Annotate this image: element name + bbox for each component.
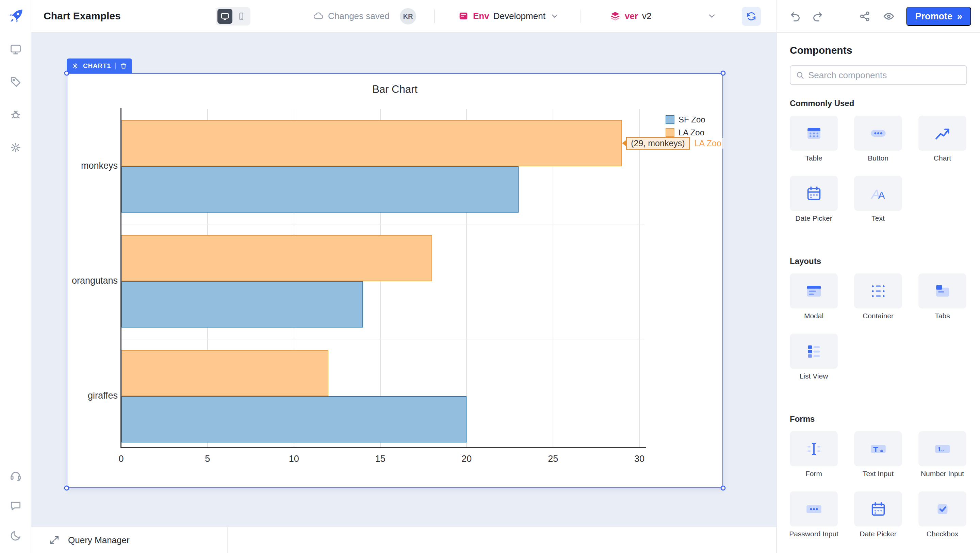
refresh-button[interactable] xyxy=(742,7,761,26)
layers-icon xyxy=(610,11,620,21)
tag-icon[interactable] xyxy=(9,76,22,88)
chat-icon[interactable] xyxy=(9,499,22,512)
component-label: List View xyxy=(800,372,828,380)
component-card-date-picker[interactable]: Date Picker xyxy=(790,176,838,222)
support-headset-icon[interactable] xyxy=(9,469,22,482)
component-label: Number Input xyxy=(921,470,964,478)
svg-text:1..: 1.. xyxy=(937,446,944,453)
component-card-list-view[interactable]: List View xyxy=(790,334,838,380)
legend-swatch xyxy=(666,115,675,124)
resize-handle-top-left[interactable] xyxy=(64,71,69,76)
component-card-chart[interactable]: Chart xyxy=(918,116,966,162)
chart-icon xyxy=(933,124,953,143)
gridline xyxy=(121,339,644,339)
section-title: Forms xyxy=(790,414,967,424)
x-tick-label: 5 xyxy=(192,454,223,464)
component-section: LayoutsModalContainerTabsList View xyxy=(790,256,967,380)
screen-icon[interactable] xyxy=(9,43,22,56)
gear-icon[interactable] xyxy=(9,141,22,154)
component-section: Commonly UsedTableButtonChartDate Picker… xyxy=(790,99,967,222)
component-tile xyxy=(790,334,838,369)
phone-icon xyxy=(237,11,246,21)
desktop-toggle[interactable] xyxy=(218,9,232,24)
x-tick-label: 10 xyxy=(279,454,309,464)
share-button[interactable] xyxy=(859,10,871,22)
textinput-icon xyxy=(869,439,888,459)
component-card-container[interactable]: Container xyxy=(854,273,902,320)
editor-canvas[interactable]: CHART1 Bar Chart (29, monkeys) LA Zoo 05… xyxy=(31,33,776,526)
env-label: Env xyxy=(473,11,489,21)
promote-button[interactable]: Promote » xyxy=(906,7,971,26)
chevron-down-icon[interactable] xyxy=(707,11,717,21)
component-card-text[interactable]: AAText xyxy=(854,176,902,222)
query-manager-toggle[interactable]: Query Manager xyxy=(31,527,228,553)
env-value: Development xyxy=(493,11,546,21)
component-label: Modal xyxy=(804,312,824,320)
component-settings-gear-icon[interactable] xyxy=(72,62,79,70)
environment-dropdown[interactable]: Env Development xyxy=(458,0,560,32)
resize-handle-top-right[interactable] xyxy=(721,71,726,76)
resize-handle-bottom-left[interactable] xyxy=(64,486,69,491)
legend-item-sf-zoo[interactable]: SF Zoo xyxy=(666,113,705,126)
resize-handle-bottom-right[interactable] xyxy=(721,486,726,491)
component-label: Chart xyxy=(934,154,951,162)
bug-icon[interactable] xyxy=(9,108,22,121)
app-logo-rocket-icon[interactable] xyxy=(8,8,24,24)
bar-sf-zoo-orangutans[interactable] xyxy=(121,281,363,327)
component-tile xyxy=(918,273,966,308)
component-label: Table xyxy=(805,154,822,162)
component-card-modal[interactable]: Modal xyxy=(790,273,838,320)
x-tick-label: 20 xyxy=(451,454,482,464)
component-tile xyxy=(854,491,902,526)
component-tile xyxy=(790,116,838,151)
component-card-number-input[interactable]: 1..Number Input xyxy=(918,431,966,478)
selected-component-tag: CHART1 xyxy=(67,59,132,73)
table-icon xyxy=(804,124,824,143)
y-category-label: giraffes xyxy=(58,391,118,401)
version-value: v2 xyxy=(642,11,651,21)
checkbox-icon xyxy=(933,499,953,519)
bar-sf-zoo-giraffes[interactable] xyxy=(121,396,466,442)
save-status: Changes saved xyxy=(313,0,390,32)
cloud-icon xyxy=(313,11,324,21)
chart-widget[interactable]: Bar Chart (29, monkeys) LA Zoo 051015202… xyxy=(67,73,723,488)
component-name: CHART1 xyxy=(83,62,111,70)
component-card-table[interactable]: Table xyxy=(790,116,838,162)
component-card-text-input[interactable]: Text Input xyxy=(854,431,902,478)
delete-trash-icon[interactable] xyxy=(120,62,127,70)
divider xyxy=(115,63,116,69)
version-dropdown[interactable]: ver v2 xyxy=(610,0,652,32)
mobile-toggle[interactable] xyxy=(234,9,249,24)
avatar[interactable]: KR xyxy=(400,8,416,24)
passwordinput-icon xyxy=(804,499,824,519)
undo-button[interactable] xyxy=(789,10,802,22)
bar-la-zoo-orangutans[interactable] xyxy=(121,235,432,281)
component-tile xyxy=(790,491,838,526)
component-card-checkbox[interactable]: Checkbox xyxy=(918,491,966,538)
component-card-password-input[interactable]: Password Input xyxy=(790,491,838,538)
dark-mode-moon-icon[interactable] xyxy=(9,529,22,542)
page-title: Chart Examples xyxy=(43,0,121,32)
container-icon xyxy=(869,281,888,301)
component-card-tabs[interactable]: Tabs xyxy=(918,273,966,320)
divider xyxy=(580,10,581,23)
component-card-form[interactable]: Form xyxy=(790,431,838,478)
component-tile xyxy=(854,273,902,308)
app-window: Chart Examples Changes saved KR Env Deve… xyxy=(0,0,980,553)
redo-button[interactable] xyxy=(811,10,824,22)
component-tile xyxy=(918,116,966,151)
bar-la-zoo-giraffes[interactable] xyxy=(121,350,328,396)
component-grid: FormText Input1..Number InputPassword In… xyxy=(790,431,967,538)
component-label: Date Picker xyxy=(859,530,897,538)
component-tile xyxy=(790,431,838,466)
bar-sf-zoo-monkeys[interactable] xyxy=(121,166,519,213)
gridline xyxy=(639,109,640,447)
divider xyxy=(776,0,776,32)
bar-la-zoo-monkeys[interactable] xyxy=(121,120,622,166)
component-card-date-picker[interactable]: Date Picker xyxy=(854,491,902,538)
component-card-button[interactable]: Button xyxy=(854,116,902,162)
preview-eye-button[interactable] xyxy=(883,10,895,22)
search-input[interactable] xyxy=(808,70,962,81)
monitor-icon xyxy=(220,11,230,21)
section-title: Layouts xyxy=(790,256,967,266)
